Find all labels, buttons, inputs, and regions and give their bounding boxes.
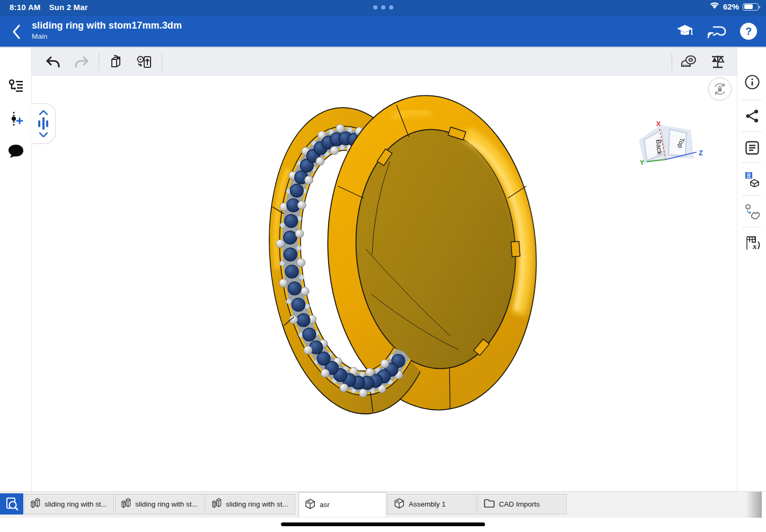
document-tab-bar: sliding ring with st...sliding ring with… <box>0 491 766 518</box>
scale-balance-icon[interactable] <box>706 51 729 73</box>
axis-y-label: Y <box>640 158 645 166</box>
left-sidebar <box>0 48 32 491</box>
redo-button[interactable] <box>70 51 93 73</box>
variables-grid-icon[interactable]: x <box>737 228 766 259</box>
workspace-name: Main <box>32 32 182 40</box>
home-strip <box>0 518 766 532</box>
ring-model[interactable] <box>32 76 737 491</box>
items-history-icon[interactable] <box>0 73 32 100</box>
notes-list-icon[interactable] <box>737 132 766 163</box>
clock: 8:10 AM <box>10 3 40 12</box>
grid-cube-icon[interactable] <box>737 164 766 194</box>
cube-icon <box>304 498 316 511</box>
top-toolbar <box>32 48 737 76</box>
parts-icon <box>30 498 41 511</box>
chat-bubble-icon[interactable] <box>0 138 32 164</box>
document-title: sliding ring with stom17mm.3dm <box>32 20 182 31</box>
parts-icon <box>212 498 222 511</box>
history-slider-handle[interactable] <box>38 117 48 130</box>
viewport-3d[interactable]: Back Top X Y Z <box>32 76 737 491</box>
tab-assembly-1[interactable]: Assembly 1 <box>388 494 477 515</box>
battery-percent: 62% <box>723 2 739 11</box>
measure-tape-icon[interactable] <box>677 51 701 73</box>
svg-text:x: x <box>752 242 757 251</box>
axis-z-label: Z <box>699 149 703 157</box>
share-icon[interactable] <box>737 101 766 131</box>
multitask-dots-indicator <box>373 5 393 10</box>
app-screen: 8:10 AM Sun 2 Mar 62% sliding ring with … <box>0 0 766 532</box>
date: Sun 2 Mar <box>49 3 87 12</box>
tab-asr[interactable]: asr <box>298 492 386 517</box>
undo-button[interactable] <box>41 51 65 73</box>
tab-label: CAD Imports <box>499 500 540 508</box>
add-node-icon[interactable] <box>0 106 32 132</box>
wifi-icon <box>710 2 719 11</box>
chevron-down-icon[interactable] <box>39 132 48 137</box>
axis-x-label: X <box>656 120 661 128</box>
tab-label: asr <box>320 501 330 509</box>
export-part-icon[interactable] <box>737 196 766 227</box>
tab-label: Assembly 1 <box>409 500 446 508</box>
back-button[interactable] <box>7 21 25 42</box>
ar-visor-stream-icon[interactable] <box>707 21 727 41</box>
learn-graduation-icon[interactable] <box>675 21 695 41</box>
tab-sliding-ring-with-st-2[interactable]: sliding ring with st... <box>115 494 205 515</box>
svg-text:?: ? <box>745 25 752 37</box>
folder-icon <box>483 499 495 510</box>
home-indicator[interactable] <box>281 522 485 526</box>
tab-cad-imports[interactable]: CAD Imports <box>478 494 567 515</box>
rotation-lock-button[interactable] <box>708 77 732 101</box>
chevron-up-icon[interactable] <box>39 110 48 115</box>
import-box-icon[interactable] <box>104 51 128 73</box>
info-icon[interactable] <box>737 67 766 97</box>
status-bar: 8:10 AM Sun 2 Mar 62% <box>0 0 766 16</box>
tabbar-scroll-shadow <box>746 492 762 518</box>
tab-sliding-ring-with-st-3[interactable]: sliding ring with st... <box>206 494 295 515</box>
history-slider-flyout <box>31 103 56 144</box>
tab-label: sliding ring with st... <box>135 500 198 508</box>
project-browser-button[interactable] <box>0 493 23 515</box>
tab-sliding-ring-with-st-1[interactable]: sliding ring with st... <box>24 494 114 515</box>
parts-icon <box>121 498 131 511</box>
battery-icon <box>743 3 759 11</box>
tab-label: sliding ring with st... <box>226 500 288 508</box>
history-sync-icon[interactable] <box>133 51 156 73</box>
right-sidebar: x <box>737 48 766 491</box>
help-icon[interactable]: ? <box>738 21 759 41</box>
title-bar: sliding ring with stom17mm.3dm Main ? <box>0 16 766 48</box>
tab-label: sliding ring with st... <box>45 500 107 508</box>
view-cube[interactable]: Back Top X Y Z <box>639 117 708 172</box>
cube-icon <box>393 498 405 511</box>
